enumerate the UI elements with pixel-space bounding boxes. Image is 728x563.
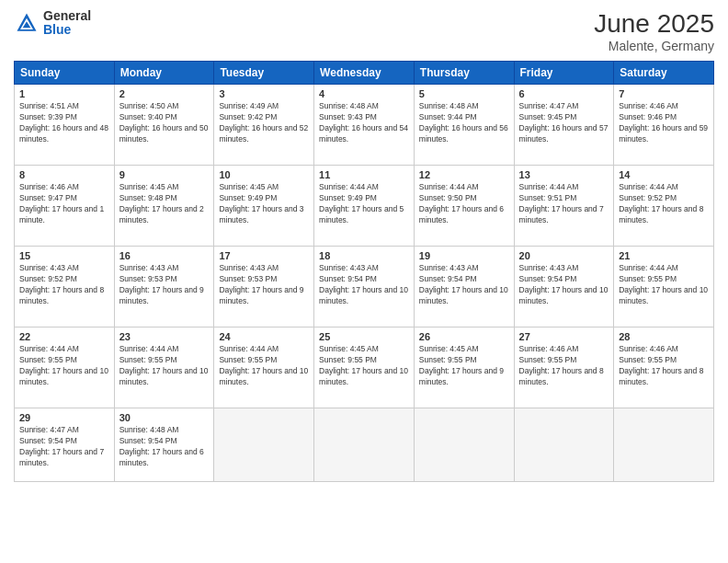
header-thursday: Thursday (414, 62, 514, 85)
subtitle: Malente, Germany (594, 39, 714, 53)
day-23: 23 Sunrise: 4:44 AMSunset: 9:55 PMDaylig… (114, 327, 214, 408)
day-30: 30 Sunrise: 4:48 AMSunset: 9:54 PMDaylig… (114, 408, 214, 482)
day-6: 6 Sunrise: 4:47 AMSunset: 9:45 PMDayligh… (514, 85, 614, 166)
header-friday: Friday (514, 62, 614, 85)
day-26: 26 Sunrise: 4:45 AMSunset: 9:55 PMDaylig… (414, 327, 514, 408)
day-24: 24 Sunrise: 4:44 AMSunset: 9:55 PMDaylig… (214, 327, 314, 408)
header-sunday: Sunday (15, 62, 115, 85)
day-14: 14 Sunrise: 4:44 AMSunset: 9:52 PMDaylig… (614, 166, 714, 247)
day-15: 15 Sunrise: 4:43 AMSunset: 9:52 PMDaylig… (15, 247, 115, 327)
day-17: 17 Sunrise: 4:43 AMSunset: 9:53 PMDaylig… (214, 247, 314, 327)
day-25: 25 Sunrise: 4:45 AMSunset: 9:55 PMDaylig… (314, 327, 415, 408)
empty-cell-5 (614, 408, 714, 482)
empty-cell-4 (514, 408, 614, 482)
day-19: 19 Sunrise: 4:43 AMSunset: 9:54 PMDaylig… (414, 247, 514, 327)
month-title: June 2025 (594, 9, 714, 39)
week-row-2: 8 Sunrise: 4:46 AMSunset: 9:47 PMDayligh… (15, 166, 714, 247)
day-10: 10 Sunrise: 4:45 AMSunset: 9:49 PMDaylig… (214, 166, 314, 247)
logo-icon (14, 10, 40, 36)
weekday-header-row: Sunday Monday Tuesday Wednesday Thursday… (15, 62, 714, 85)
day-21: 21 Sunrise: 4:44 AMSunset: 9:55 PMDaylig… (614, 247, 714, 327)
day-9: 9 Sunrise: 4:45 AMSunset: 9:48 PMDayligh… (114, 166, 214, 247)
header-saturday: Saturday (614, 62, 714, 85)
day-1: 1 Sunrise: 4:51 AMSunset: 9:39 PMDayligh… (15, 85, 115, 166)
logo: General Blue (14, 9, 91, 38)
day-4: 4 Sunrise: 4:48 AMSunset: 9:43 PMDayligh… (314, 85, 415, 166)
logo-text: General Blue (43, 9, 91, 38)
day-18: 18 Sunrise: 4:43 AMSunset: 9:54 PMDaylig… (314, 247, 415, 327)
day-5: 5 Sunrise: 4:48 AMSunset: 9:44 PMDayligh… (414, 85, 514, 166)
day-11: 11 Sunrise: 4:44 AMSunset: 9:49 PMDaylig… (314, 166, 415, 247)
page: General Blue June 2025 Malente, Germany … (0, 0, 728, 563)
week-row-3: 15 Sunrise: 4:43 AMSunset: 9:52 PMDaylig… (15, 247, 714, 327)
day-20: 20 Sunrise: 4:43 AMSunset: 9:54 PMDaylig… (514, 247, 614, 327)
header-wednesday: Wednesday (314, 62, 415, 85)
week-row-1: 1 Sunrise: 4:51 AMSunset: 9:39 PMDayligh… (15, 85, 714, 166)
day-2: 2 Sunrise: 4:50 AMSunset: 9:40 PMDayligh… (114, 85, 214, 166)
empty-cell-3 (414, 408, 514, 482)
day-3: 3 Sunrise: 4:49 AMSunset: 9:42 PMDayligh… (214, 85, 314, 166)
day-7: 7 Sunrise: 4:46 AMSunset: 9:46 PMDayligh… (614, 85, 714, 166)
day-27: 27 Sunrise: 4:46 AMSunset: 9:55 PMDaylig… (514, 327, 614, 408)
day-22: 22 Sunrise: 4:44 AMSunset: 9:55 PMDaylig… (15, 327, 115, 408)
logo-general: General (43, 9, 91, 23)
header-monday: Monday (114, 62, 214, 85)
day-12: 12 Sunrise: 4:44 AMSunset: 9:50 PMDaylig… (414, 166, 514, 247)
day-8: 8 Sunrise: 4:46 AMSunset: 9:47 PMDayligh… (15, 166, 115, 247)
title-block: June 2025 Malente, Germany (594, 9, 714, 53)
calendar: Sunday Monday Tuesday Wednesday Thursday… (14, 61, 714, 482)
day-29: 29 Sunrise: 4:47 AMSunset: 9:54 PMDaylig… (15, 408, 115, 482)
day-16: 16 Sunrise: 4:43 AMSunset: 9:53 PMDaylig… (114, 247, 214, 327)
logo-blue: Blue (43, 23, 91, 37)
week-row-4: 22 Sunrise: 4:44 AMSunset: 9:55 PMDaylig… (15, 327, 714, 408)
day-13: 13 Sunrise: 4:44 AMSunset: 9:51 PMDaylig… (514, 166, 614, 247)
header: General Blue June 2025 Malente, Germany (14, 9, 714, 53)
empty-cell-2 (314, 408, 415, 482)
day-28: 28 Sunrise: 4:46 AMSunset: 9:55 PMDaylig… (614, 327, 714, 408)
week-row-5: 29 Sunrise: 4:47 AMSunset: 9:54 PMDaylig… (15, 408, 714, 482)
empty-cell-1 (214, 408, 314, 482)
header-tuesday: Tuesday (214, 62, 314, 85)
